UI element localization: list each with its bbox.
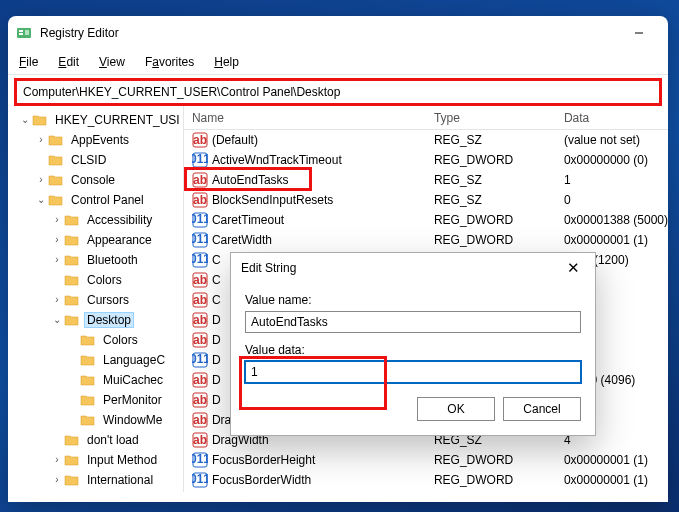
tree-node[interactable]: ›Console — [8, 170, 183, 190]
menu-favorites[interactable]: Favorites — [136, 52, 203, 72]
list-row[interactable]: abBlockSendInputResetsREG_SZ0 — [184, 190, 668, 210]
string-value-icon: ab — [192, 292, 208, 308]
string-value-icon: ab — [192, 332, 208, 348]
svg-text:ab: ab — [193, 133, 207, 147]
cancel-button[interactable]: Cancel — [503, 397, 581, 421]
tree-node[interactable]: ›PerMonitor — [8, 390, 183, 410]
column-name[interactable]: Name — [184, 111, 434, 125]
tree-node[interactable]: ›MuiCachec — [8, 370, 183, 390]
menu-view[interactable]: View — [90, 52, 134, 72]
tree-node[interactable]: ›Colors — [8, 330, 183, 350]
binary-value-icon: 011 — [192, 152, 208, 168]
list-row[interactable]: 011CaretWidthREG_DWORD0x00000001 (1) — [184, 230, 668, 250]
svg-text:ab: ab — [193, 313, 207, 327]
chevron-down-icon[interactable]: ⌄ — [34, 195, 48, 205]
tree-node[interactable]: ›Keyboard — [8, 490, 183, 492]
value-type: REG_DWORD — [434, 233, 564, 247]
binary-value-icon: 011 — [192, 212, 208, 228]
value-data: 0x00001388 (5000) — [564, 213, 668, 227]
folder-icon — [80, 393, 96, 407]
tree-node[interactable]: ›Bluetooth — [8, 250, 183, 270]
folder-icon — [64, 473, 80, 487]
tree-node[interactable]: ›CLSID — [8, 150, 183, 170]
folder-icon — [64, 233, 80, 247]
list-row[interactable]: ab(Default)REG_SZ(value not set) — [184, 130, 668, 150]
tree-node[interactable]: ›International — [8, 470, 183, 490]
value-name: ActiveWndTrackTimeout — [212, 153, 342, 167]
value-name: CaretWidth — [212, 233, 272, 247]
svg-text:ab: ab — [193, 193, 207, 207]
tree-node[interactable]: ›Cursors — [8, 290, 183, 310]
chevron-right-icon[interactable]: › — [50, 235, 64, 245]
chevron-right-icon[interactable]: › — [50, 215, 64, 225]
tree-label: Accessibility — [84, 212, 155, 228]
string-value-icon: ab — [192, 312, 208, 328]
folder-icon — [64, 453, 80, 467]
dialog-body: Value name: Value data: OK Cancel — [231, 283, 595, 435]
value-data: 0x00000000 (0) — [564, 153, 668, 167]
value-name: D — [212, 313, 221, 327]
menu-edit[interactable]: Edit — [49, 52, 88, 72]
list-row[interactable]: 011FocusBorderHeightREG_DWORD0x00000001 … — [184, 450, 668, 470]
tree-label: International — [84, 472, 156, 488]
tree-label: MuiCachec — [100, 372, 166, 388]
chevron-right-icon[interactable]: › — [50, 455, 64, 465]
tree-node[interactable]: ›WindowMe — [8, 410, 183, 430]
close-icon[interactable]: ✕ — [561, 256, 585, 280]
value-name: D — [212, 373, 221, 387]
tree-node[interactable]: ›LanguageC — [8, 350, 183, 370]
value-type: REG_DWORD — [434, 473, 564, 487]
chevron-down-icon[interactable]: ⌄ — [50, 315, 64, 325]
chevron-right-icon[interactable]: › — [50, 295, 64, 305]
minimize-button[interactable] — [618, 19, 660, 47]
tree-node[interactable]: ›Appearance — [8, 230, 183, 250]
folder-icon — [64, 293, 80, 307]
binary-value-icon: 011 — [192, 252, 208, 268]
value-data-label: Value data: — [245, 343, 581, 357]
svg-text:011: 011 — [192, 212, 208, 226]
tree-label: WindowMe — [100, 412, 165, 428]
folder-icon — [80, 333, 96, 347]
svg-text:011: 011 — [192, 232, 208, 246]
chevron-right-icon[interactable]: › — [50, 255, 64, 265]
value-name: D — [212, 353, 221, 367]
tree-node[interactable]: ›don't load — [8, 430, 183, 450]
folder-icon — [48, 153, 64, 167]
tree-label: Appearance — [84, 232, 155, 248]
menu-help[interactable]: Help — [205, 52, 248, 72]
list-row[interactable]: 011ActiveWndTrackTimeoutREG_DWORD0x00000… — [184, 150, 668, 170]
value-name-label: Value name: — [245, 293, 581, 307]
list-row[interactable]: abAutoEndTasksREG_SZ1 — [184, 170, 668, 190]
value-data-field[interactable] — [245, 361, 581, 383]
menu-file[interactable]: File — [10, 52, 47, 72]
address-bar[interactable]: Computer\HKEY_CURRENT_USER\Control Panel… — [14, 78, 662, 106]
tree-view[interactable]: ⌄ HKEY_CURRENT_USI ›AppEvents ›CLSID ›Co… — [8, 106, 184, 492]
string-value-icon: ab — [192, 412, 208, 428]
value-name-field[interactable] — [245, 311, 581, 333]
svg-rect-3 — [25, 30, 29, 35]
value-data: 0 — [564, 193, 668, 207]
column-type[interactable]: Type — [434, 111, 564, 125]
string-value-icon: ab — [192, 372, 208, 388]
svg-text:ab: ab — [193, 333, 207, 347]
ok-button[interactable]: OK — [417, 397, 495, 421]
value-type: REG_SZ — [434, 173, 564, 187]
tree-node[interactable]: ›Input Method — [8, 450, 183, 470]
tree-node-hkcu[interactable]: ⌄ HKEY_CURRENT_USI — [8, 110, 183, 130]
svg-text:ab: ab — [193, 373, 207, 387]
chevron-right-icon[interactable]: › — [34, 135, 48, 145]
tree-node[interactable]: ›AppEvents — [8, 130, 183, 150]
tree-node[interactable]: ›Colors — [8, 270, 183, 290]
svg-text:ab: ab — [193, 273, 207, 287]
chevron-down-icon[interactable]: ⌄ — [18, 115, 32, 125]
chevron-right-icon[interactable]: › — [50, 475, 64, 485]
tree-label: AppEvents — [68, 132, 132, 148]
chevron-right-icon[interactable]: › — [34, 175, 48, 185]
column-data[interactable]: Data — [564, 111, 668, 125]
list-row[interactable]: 011FocusBorderWidthREG_DWORD0x00000001 (… — [184, 470, 668, 490]
tree-node-desktop[interactable]: ⌄Desktop — [8, 310, 183, 330]
list-row[interactable]: 011CaretTimeoutREG_DWORD0x00001388 (5000… — [184, 210, 668, 230]
tree-node[interactable]: ⌄Control Panel — [8, 190, 183, 210]
tree-node[interactable]: ›Accessibility — [8, 210, 183, 230]
value-data: 0x00000001 (1) — [564, 453, 668, 467]
